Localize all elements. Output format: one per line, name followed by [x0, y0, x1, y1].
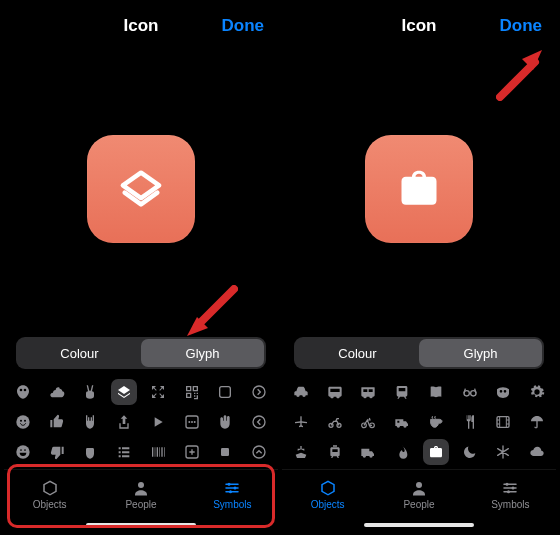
svg-rect-14 [221, 448, 229, 456]
glyph-utensils-icon[interactable] [457, 409, 483, 435]
glyph-gear-icon[interactable] [524, 379, 550, 405]
app-icon-tile [87, 135, 195, 243]
shortcuts-layers-icon [112, 160, 170, 218]
done-button[interactable]: Done [500, 16, 543, 36]
glyph-dots-square-icon[interactable] [179, 409, 205, 435]
glyph-bus-icon[interactable] [322, 379, 348, 405]
glyph-tram-icon[interactable] [322, 439, 348, 465]
sliders-icon [222, 479, 242, 497]
glyph-snowflake-icon[interactable] [490, 439, 516, 465]
segment-glyph[interactable]: Glyph [141, 339, 264, 367]
glyph-hand-icon[interactable] [212, 409, 238, 435]
glyph-fist-icon[interactable] [77, 439, 103, 465]
briefcase-icon [391, 161, 447, 217]
svg-point-30 [507, 490, 510, 493]
glyph-moon-icon[interactable] [457, 439, 483, 465]
phone-right: Icon Done Colour Glyph [282, 4, 556, 531]
tabbar: Objects People Symbols [282, 469, 556, 519]
person-icon [409, 479, 429, 497]
header: Icon Done [282, 4, 556, 48]
tab-symbols[interactable]: Symbols [187, 470, 278, 519]
svg-point-28 [506, 483, 509, 486]
glyph-qrcode-icon[interactable] [179, 379, 205, 405]
glyph-fire-icon[interactable] [389, 439, 415, 465]
glyph-mask-icon[interactable] [490, 379, 516, 405]
svg-point-6 [188, 421, 190, 423]
glyph-grid [4, 377, 278, 469]
svg-point-9 [253, 416, 265, 428]
glyph-share-icon[interactable] [111, 409, 137, 435]
glyph-book-icon[interactable] [423, 379, 449, 405]
cube-icon [40, 479, 60, 497]
tab-people[interactable]: People [373, 470, 464, 519]
glyph-umbrella-icon[interactable] [524, 409, 550, 435]
svg-point-1 [253, 386, 265, 398]
glyph-car-icon[interactable] [288, 379, 314, 405]
glyph-chevron-up-icon[interactable] [246, 439, 272, 465]
glyph-plus-square-icon[interactable] [179, 439, 205, 465]
glyph-poop-icon[interactable] [44, 379, 70, 405]
glyph-film-icon[interactable] [490, 409, 516, 435]
svg-point-18 [234, 487, 237, 490]
glyph-peace-hand-icon[interactable] [77, 379, 103, 405]
person-icon [131, 479, 151, 497]
svg-point-29 [512, 487, 515, 490]
glyph-cloud-icon[interactable] [524, 439, 550, 465]
sliders-icon [500, 479, 520, 497]
tabbar: Objects People Symbols [4, 469, 278, 519]
svg-point-15 [253, 446, 265, 458]
page-title: Icon [402, 16, 437, 36]
glyph-thumbs-up-icon[interactable] [44, 409, 70, 435]
glyph-stop-icon[interactable] [212, 439, 238, 465]
glyph-horns-hand-icon[interactable] [77, 409, 103, 435]
svg-point-11 [20, 449, 22, 451]
tab-people[interactable]: People [95, 470, 186, 519]
home-indicator [282, 519, 556, 531]
segment-glyph[interactable]: Glyph [419, 339, 542, 367]
glyph-square-icon[interactable] [212, 379, 238, 405]
glyph-glasses-icon[interactable] [457, 379, 483, 405]
glyph-bus-alt-icon[interactable] [355, 379, 381, 405]
glyph-truck-icon[interactable] [355, 439, 381, 465]
glyph-shortcuts-layers-icon[interactable] [111, 379, 137, 405]
glyph-chevron-left-icon[interactable] [246, 409, 272, 435]
svg-point-17 [228, 483, 231, 486]
glyph-ambulance-icon[interactable] [389, 409, 415, 435]
glyph-chevron-right-icon[interactable] [246, 379, 272, 405]
svg-point-4 [24, 420, 26, 422]
tab-symbols[interactable]: Symbols [465, 470, 556, 519]
segment-colour[interactable]: Colour [296, 339, 419, 367]
svg-point-8 [193, 421, 195, 423]
glyph-grid [282, 377, 556, 469]
glyph-list-icon[interactable] [111, 439, 137, 465]
glyph-motorcycle-icon[interactable] [322, 409, 348, 435]
icon-preview [282, 48, 556, 329]
svg-rect-26 [497, 417, 509, 428]
glyph-arrows-out-icon[interactable] [145, 379, 171, 405]
glyph-bicycle-icon[interactable] [355, 409, 381, 435]
segment-colour[interactable]: Colour [18, 339, 141, 367]
glyph-barcode-icon[interactable] [145, 439, 171, 465]
tab-objects[interactable]: Objects [282, 470, 373, 519]
done-button[interactable]: Done [222, 16, 265, 36]
glyph-alien-icon[interactable] [10, 379, 36, 405]
glyph-train-icon[interactable] [389, 379, 415, 405]
segmented-control[interactable]: Colour Glyph [294, 337, 544, 369]
svg-point-7 [191, 421, 193, 423]
glyph-thumbs-down-icon[interactable] [44, 439, 70, 465]
glyph-briefcase-icon[interactable] [423, 439, 449, 465]
glyph-smile-icon[interactable] [10, 409, 36, 435]
glyph-coffee-icon[interactable] [423, 409, 449, 435]
glyph-laugh-icon[interactable] [10, 439, 36, 465]
glyph-plane-icon[interactable] [288, 409, 314, 435]
svg-point-12 [24, 449, 26, 451]
svg-point-16 [138, 482, 144, 488]
glyph-boat-icon[interactable] [288, 439, 314, 465]
segmented-control[interactable]: Colour Glyph [16, 337, 266, 369]
glyph-play-icon[interactable] [145, 409, 171, 435]
app-icon-tile [365, 135, 473, 243]
svg-point-2 [16, 415, 29, 428]
header: Icon Done [4, 4, 278, 48]
tab-objects[interactable]: Objects [4, 470, 95, 519]
cube-icon [318, 479, 338, 497]
